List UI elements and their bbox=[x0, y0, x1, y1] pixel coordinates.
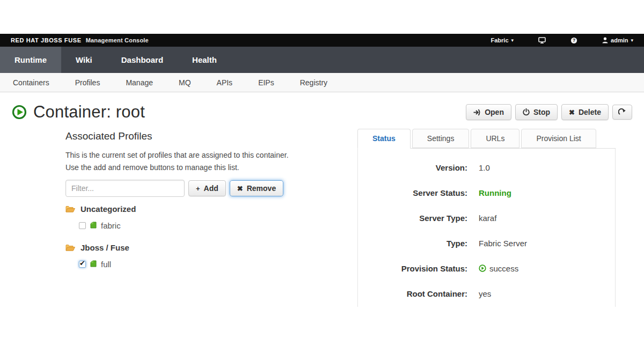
associated-profiles-title: Associated Profiles bbox=[65, 130, 296, 142]
field-value: yes bbox=[479, 289, 491, 298]
open-button[interactable]: Open bbox=[466, 104, 511, 120]
user-menu-label: admin bbox=[611, 37, 628, 43]
help-button[interactable]: ? bbox=[570, 37, 577, 44]
folder-open-icon bbox=[65, 205, 76, 213]
remove-profile-button-label: Remove bbox=[247, 184, 276, 193]
management-console: RED HAT JBOSS FUSE Management Console Fa… bbox=[0, 34, 644, 307]
subnav-item-manage[interactable]: Manage bbox=[113, 78, 166, 87]
page-header: Container: root Open Stop bbox=[12, 101, 632, 123]
subnav-item-eips[interactable]: EIPs bbox=[245, 78, 287, 87]
tab-status[interactable]: Status bbox=[357, 129, 411, 149]
container-running-play-icon bbox=[12, 105, 27, 120]
help-icon: ? bbox=[570, 37, 577, 44]
tree-item-fabric[interactable]: fabric bbox=[79, 221, 296, 230]
full-checkbox[interactable] bbox=[79, 261, 86, 268]
container-details-panel: Status Settings URLs Provision List Vers… bbox=[357, 129, 616, 307]
page-title-group: Container: root bbox=[12, 102, 145, 122]
field-label: Provision Status: bbox=[358, 264, 467, 273]
profile-icon bbox=[90, 222, 97, 229]
page: RED HAT JBOSS FUSE Management Console Fa… bbox=[0, 0, 644, 338]
field-label: Server Status: bbox=[358, 188, 467, 197]
field-label: Server Type: bbox=[358, 214, 467, 223]
field-root-container: Root Container: yes bbox=[358, 288, 615, 299]
tree-item-full[interactable]: full bbox=[79, 259, 296, 269]
tree-folder-label: Uncategorized bbox=[80, 204, 136, 214]
status-tab-content: Version: 1.0 Server Status: Running Serv… bbox=[357, 149, 616, 307]
fabric-dropdown[interactable]: Fabric ▾ bbox=[491, 37, 514, 43]
topbar: RED HAT JBOSS FUSE Management Console Fa… bbox=[0, 34, 644, 47]
tab-runtime[interactable]: Runtime bbox=[0, 47, 61, 73]
caret-down-icon: ▾ bbox=[631, 38, 633, 43]
subnav-item-apis[interactable]: APIs bbox=[204, 78, 246, 87]
tree-folder-uncategorized[interactable]: Uncategorized bbox=[65, 203, 296, 214]
associated-profiles-panel: Associated Profiles This is the current … bbox=[65, 130, 296, 281]
brand-subtitle: Management Console bbox=[86, 37, 149, 43]
profile-filter-input[interactable] bbox=[65, 180, 185, 197]
field-label: Type: bbox=[358, 239, 467, 248]
tab-urls[interactable]: URLs bbox=[471, 129, 519, 148]
stop-button-label: Stop bbox=[533, 108, 550, 116]
provision-status-text: success bbox=[489, 264, 518, 273]
power-icon bbox=[523, 108, 530, 116]
subnav-item-mq[interactable]: MQ bbox=[166, 78, 204, 87]
field-value: Running bbox=[479, 188, 511, 197]
tree-item-label: full bbox=[101, 260, 111, 269]
main-nav: Runtime Wiki Dashboard Health bbox=[0, 47, 644, 73]
stop-button[interactable]: Stop bbox=[515, 104, 558, 120]
fabric-checkbox[interactable] bbox=[79, 222, 86, 229]
add-profile-button[interactable]: + Add bbox=[188, 180, 226, 196]
tree-item-label: fabric bbox=[101, 221, 121, 230]
tab-wiki[interactable]: Wiki bbox=[61, 47, 107, 73]
console-monitor-button[interactable] bbox=[538, 37, 546, 43]
field-server-status: Server Status: Running bbox=[358, 187, 615, 198]
folder-open-icon bbox=[65, 244, 76, 252]
field-version: Version: 1.0 bbox=[358, 162, 615, 173]
success-play-icon bbox=[479, 264, 486, 272]
field-label: Version: bbox=[358, 163, 467, 172]
field-value: Fabric Server bbox=[479, 239, 527, 248]
subnav-item-registry[interactable]: Registry bbox=[287, 78, 340, 87]
delete-button[interactable]: ✖ Delete bbox=[561, 104, 609, 120]
container-actions: Open Stop ✖ Delete bbox=[466, 104, 632, 120]
tab-settings[interactable]: Settings bbox=[412, 129, 470, 148]
sign-in-icon bbox=[473, 109, 481, 116]
profile-icon bbox=[90, 260, 97, 268]
field-value: success bbox=[479, 264, 518, 273]
remove-profile-button[interactable]: ✖ Remove bbox=[230, 180, 283, 196]
open-button-label: Open bbox=[485, 108, 504, 116]
subnav-item-profiles[interactable]: Profiles bbox=[62, 78, 113, 87]
details-tabs: Status Settings URLs Provision List bbox=[357, 129, 616, 149]
plus-icon: + bbox=[196, 185, 200, 193]
user-menu[interactable]: admin ▾ bbox=[602, 37, 633, 43]
svg-text:?: ? bbox=[573, 38, 575, 43]
add-profile-button-label: Add bbox=[204, 184, 218, 193]
x-icon: ✖ bbox=[237, 185, 243, 193]
brand[interactable]: RED HAT JBOSS FUSE Management Console bbox=[11, 37, 149, 43]
caret-down-icon: ▾ bbox=[511, 38, 514, 43]
topbar-actions: Fabric ▾ ? bbox=[491, 37, 633, 44]
tab-health[interactable]: Health bbox=[178, 47, 231, 73]
profiles-tree: Uncategorized fabric Jboss / Fuse bbox=[65, 203, 296, 269]
user-icon bbox=[602, 37, 608, 43]
sub-nav: Containers Profiles Manage MQ APIs EIPs … bbox=[0, 73, 644, 92]
brand-logo-text: RED HAT JBOSS FUSE bbox=[11, 37, 82, 43]
field-value: 1.0 bbox=[479, 163, 490, 172]
subnav-item-containers[interactable]: Containers bbox=[0, 78, 62, 87]
refresh-arrow-icon bbox=[618, 108, 626, 116]
page-title: Container: root bbox=[33, 102, 145, 122]
field-value: karaf bbox=[479, 214, 496, 223]
tree-folder-jboss-fuse[interactable]: Jboss / Fuse bbox=[65, 242, 296, 253]
profiles-toolbar: + Add ✖ Remove bbox=[65, 180, 296, 197]
refresh-button[interactable] bbox=[612, 105, 632, 120]
delete-button-label: Delete bbox=[579, 108, 601, 116]
monitor-icon bbox=[538, 37, 546, 43]
tab-provision-list[interactable]: Provision List bbox=[521, 129, 596, 148]
fabric-dropdown-label: Fabric bbox=[491, 37, 509, 43]
tree-folder-label: Jboss / Fuse bbox=[80, 243, 129, 252]
field-provision-status: Provision Status: success bbox=[358, 263, 615, 274]
x-icon: ✖ bbox=[569, 108, 575, 116]
field-server-type: Server Type: karaf bbox=[358, 212, 615, 223]
field-label: Root Container: bbox=[358, 289, 467, 298]
field-type: Type: Fabric Server bbox=[358, 238, 615, 248]
tab-dashboard[interactable]: Dashboard bbox=[107, 47, 178, 73]
